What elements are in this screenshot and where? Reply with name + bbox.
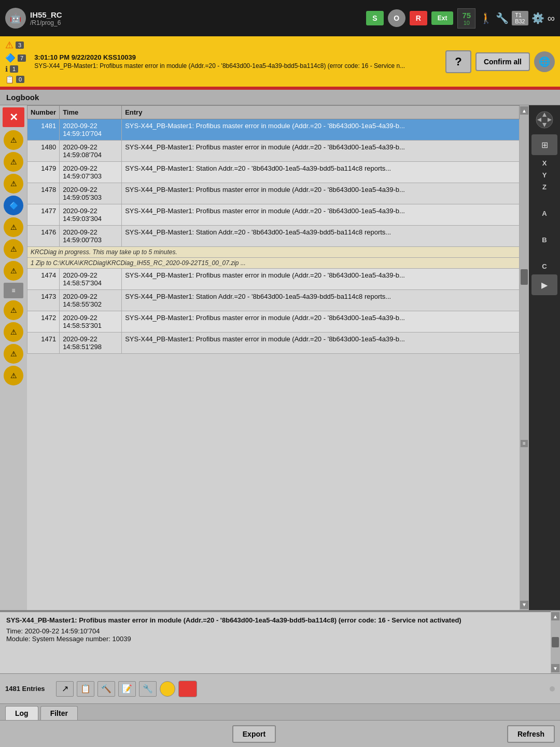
entry-time: 2020-09-2214:59:08'704 (60, 141, 122, 162)
t1-badge: T1B32 (512, 11, 528, 25)
detail-scroll-down[interactable]: ▼ (551, 664, 559, 672)
nav-arrows-icon (535, 110, 554, 129)
table-row[interactable]: 14792020-09-2214:59:07'303SYS-X44_PB-Mas… (27, 162, 520, 183)
refresh-button[interactable]: Refresh (507, 725, 555, 743)
entry-text: SYS-X44_PB-Master1: Profibus master erro… (122, 311, 520, 333)
entry-text: SYS-X44_PB-Master1: Profibus master erro… (122, 204, 520, 226)
filter-book-icon[interactable]: 📋 (77, 681, 94, 697)
warning-icon-5[interactable]: ⚠ (4, 239, 23, 259)
warning-icon-9[interactable]: ⚠ (4, 344, 23, 364)
tab-log[interactable]: Log (5, 706, 38, 720)
table-row[interactable]: 14802020-09-2214:59:08'704SYS-X44_PB-Mas… (27, 141, 520, 162)
entry-number: 1471 (27, 333, 60, 354)
filter-wrench-icon[interactable]: 🔧 (139, 681, 157, 697)
warning-icon-6[interactable]: ⚠ (4, 261, 23, 281)
entry-number: 1474 (27, 269, 60, 290)
warning-icon-1[interactable]: ⚠ (4, 130, 23, 150)
table-row[interactable]: 14722020-09-2214:58:53'301SYS-X44_PB-Mas… (27, 311, 520, 333)
entry-text: SYS-X44_PB-Master1: Profibus master erro… (122, 269, 520, 290)
status-dot (550, 686, 555, 691)
list-icon[interactable]: ≡ (4, 283, 23, 298)
filter-hammer-icon[interactable]: 🔨 (97, 681, 115, 697)
table-row[interactable]: 14742020-09-2214:58:57'304SYS-X44_PB-Mas… (27, 269, 520, 290)
detail-scroll-up[interactable]: ▲ (551, 612, 559, 620)
error-message: SYS-X44_PB-Master1: Profibus master erro… (34, 62, 437, 70)
scroll-up-arrow[interactable]: ▲ (520, 106, 528, 115)
warning-icon-3[interactable]: ⚠ (4, 174, 23, 193)
warning-icon-4[interactable]: ⚠ (4, 217, 23, 237)
entry-text: SYS-X44_PB-Master1: Profibus master erro… (122, 141, 520, 162)
table-row[interactable]: KRCDiag in progress. This may take up to… (27, 247, 520, 258)
warning-icon-7[interactable]: ⚠ (4, 300, 23, 320)
entry-text: SYS-X44_PB-Master1: Profibus master erro… (122, 183, 520, 204)
warning-icon-2[interactable]: ⚠ (4, 152, 23, 172)
entry-number: 1472 (27, 311, 60, 333)
close-button[interactable]: ✕ (3, 107, 24, 127)
status-s-button[interactable]: S (366, 11, 383, 25)
log-table-area: Number Time Entry 14812020-09-2214:59:10… (27, 105, 520, 610)
entry-time: 2020-09-2214:59:03'304 (60, 204, 122, 226)
entry-number: 1478 (27, 183, 60, 204)
warning-icon-8[interactable]: ⚠ (4, 322, 23, 342)
filter-icons-group: ↗ 📋 🔨 📝 🔧 (56, 681, 197, 697)
entry-text: SYS-X44_PB-Master1: Station Addr.=20 - '… (122, 162, 520, 183)
entry-time: 2020-09-2214:58:55'302 (60, 290, 122, 311)
detail-module: Module: System Message number: 10039 (6, 635, 544, 643)
tab-filter[interactable]: Filter (40, 706, 78, 720)
entry-time: 2020-09-2214:59:10'704 (60, 119, 122, 141)
entry-text: SYS-X44_PB-Master1: Station Addr.=20 - '… (122, 290, 520, 311)
entry-number: 1476 (27, 226, 60, 247)
filter-yellow-dot[interactable] (160, 681, 175, 697)
nav-grid-button[interactable]: ⊞ (531, 134, 557, 155)
device-name: IH55_RC (30, 10, 362, 19)
table-row[interactable]: 14762020-09-2214:59:00'703SYS-X44_PB-Mas… (27, 226, 520, 247)
entries-count: 1481 Entries (5, 685, 52, 693)
filter-red-stop[interactable] (178, 681, 197, 697)
scroll-mid-icon[interactable]: ≡ (521, 440, 528, 447)
entry-number: 1477 (27, 204, 60, 226)
logbook-body: ✕ ⚠ ⚠ ⚠ 🔷 ⚠ ⚠ ⚠ ≡ ⚠ ⚠ ⚠ ⚠ Number Time En… (0, 105, 560, 610)
entry-number: 1481 (27, 119, 60, 141)
export-button[interactable]: Export (232, 725, 276, 743)
detail-scrollbar[interactable]: ▲ ▼ (551, 611, 560, 673)
error-bar: ⚠ 3 🔷 7 ℹ 1 📋 0 3:01:10 PM 9/22/2020 KSS… (0, 36, 560, 87)
table-row[interactable]: 1 Zip to C:\KUKA\KRCDiag\KRCDiag_IH55_RC… (27, 258, 520, 269)
detail-section: SYS-X44_PB-Master1: Profibus master erro… (0, 610, 560, 673)
info-icon-1[interactable]: 🔷 (4, 196, 23, 215)
entry-time: 2020-09-2214:58:53'301 (60, 311, 122, 333)
scroll-thumb[interactable] (521, 269, 528, 285)
entry-text: SYS-X44_PB-Master1: Profibus master erro… (122, 119, 520, 141)
krcdiag-info: 1 Zip to C:\KUKA\KRCDiag\KRCDiag_IH55_RC… (27, 258, 520, 269)
program-name: /R1/prog_6 (30, 19, 362, 26)
table-row[interactable]: 14782020-09-2214:59:05'303SYS-X44_PB-Mas… (27, 183, 520, 204)
scroll-down-arrow[interactable]: ▼ (520, 601, 528, 609)
col-number: Number (27, 106, 60, 119)
question-button[interactable]: ? (445, 50, 471, 73)
nav-a-label: A (542, 210, 547, 217)
log-table: Number Time Entry 14812020-09-2214:59:10… (27, 105, 520, 354)
filter-note-icon[interactable]: 📝 (118, 681, 136, 697)
logbook-header: Logbook (0, 90, 560, 105)
action-row: Export Refresh (0, 720, 560, 747)
confirm-all-button[interactable]: Confirm all (475, 52, 530, 71)
nav-c-label: C (542, 262, 547, 270)
nav-play-button[interactable]: ▶ (531, 274, 557, 295)
entry-number: 1480 (27, 141, 60, 162)
detail-scroll-thumb[interactable] (552, 637, 559, 647)
globe-button[interactable]: 🌐 (534, 51, 555, 72)
table-row[interactable]: 14712020-09-2214:58:51'298SYS-X44_PB-Mas… (27, 333, 520, 354)
table-row[interactable]: 14732020-09-2214:58:55'302SYS-X44_PB-Mas… (27, 290, 520, 311)
nav-b-label: B (542, 236, 547, 244)
filter-arrow-icon[interactable]: ↗ (56, 681, 74, 697)
table-row[interactable]: 14772020-09-2214:59:03'304SYS-X44_PB-Mas… (27, 204, 520, 226)
warning-icon-10[interactable]: ⚠ (4, 366, 23, 385)
entry-number: 1479 (27, 162, 60, 183)
speed-display: 75 10 (457, 8, 475, 29)
status-ext-button[interactable]: Ext (431, 11, 454, 25)
nav-y-label: Y (542, 171, 547, 179)
logbook-container: Logbook ✕ ⚠ ⚠ ⚠ 🔷 ⚠ ⚠ ⚠ ≡ ⚠ ⚠ ⚠ ⚠ Number (0, 90, 560, 747)
status-o-button[interactable]: O (388, 9, 405, 27)
status-r-button[interactable]: R (410, 11, 427, 25)
table-row[interactable]: 14812020-09-2214:59:10'704SYS-X44_PB-Mas… (27, 119, 520, 141)
table-scrollbar[interactable]: ▲ ≡ ▼ (520, 105, 529, 610)
